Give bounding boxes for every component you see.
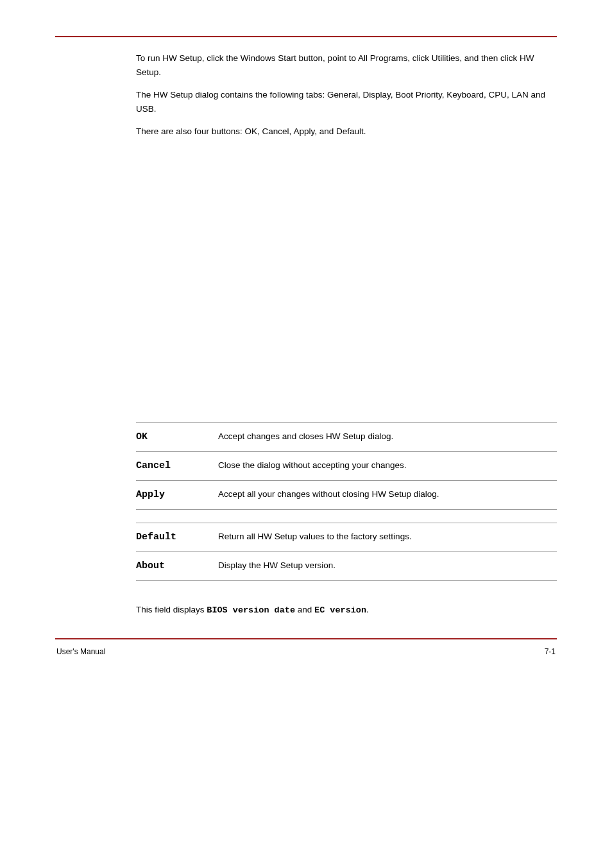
spacer [136,587,557,591]
body-text: The HW Setup dialog contains the followi… [136,90,545,114]
desc-about: Display the HW Setup version. [213,551,557,580]
desc-ok: Accept changes and closes HW Setup dialo… [213,422,557,451]
page-footer: User's Manual 7-1 [55,647,557,656]
desc-cancel: Close the dialog without accepting your … [213,451,557,480]
term-default: Default [136,523,213,551]
setup-text-prefix: This field displays [136,605,207,614]
table-row: OK Accept changes and closes HW Setup di… [136,422,557,451]
intro-paragraph-3: There are also four buttons: OK, Cancel,… [136,125,557,139]
table-row: Apply Accept all your changes without cl… [136,480,557,509]
desc-default: Return all HW Setup values to the factor… [213,523,557,551]
term-about: About [136,551,213,580]
table-row: Cancel Close the dialog without acceptin… [136,451,557,480]
footer-right: 7-1 [545,647,556,656]
footer-left: User's Manual [56,647,105,656]
button-table-1: OK Accept changes and closes HW Setup di… [136,422,557,510]
content-area: To run HW Setup, click the Windows Start… [136,51,557,618]
spacer [136,516,557,523]
term-ok: OK [136,422,213,451]
intro-paragraph-2: The HW Setup dialog contains the followi… [136,88,557,116]
button-table-2: Default Return all HW Setup values to th… [136,523,557,581]
top-rule [55,36,557,37]
setup-text-suffix: . [366,605,369,614]
bottom-rule [55,638,557,639]
setup-paragraph: This field displays BIOS version date an… [136,603,557,618]
spacer [136,148,557,417]
term-cancel: Cancel [136,451,213,480]
table-row: Default Return all HW Setup values to th… [136,523,557,551]
table-row: About Display the HW Setup version. [136,551,557,580]
desc-apply: Accept all your changes without closing … [213,480,557,509]
code-bios: BIOS version date [207,605,295,615]
page: To run HW Setup, click the Windows Start… [0,0,612,868]
body-text: To run HW Setup, click the Windows Start… [136,53,534,77]
intro-paragraph-1: To run HW Setup, click the Windows Start… [136,51,557,79]
body-text: There are also four buttons: OK, Cancel,… [136,126,366,136]
setup-text-mid: and [295,605,314,614]
code-ec: EC version [314,605,366,615]
term-apply: Apply [136,480,213,509]
